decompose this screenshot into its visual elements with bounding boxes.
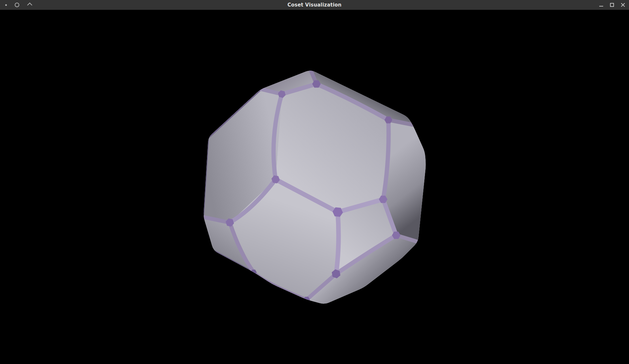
titlebar: Coset Visualization (0, 0, 629, 10)
maximize-button[interactable] (610, 3, 614, 7)
close-button[interactable] (621, 3, 625, 7)
window-controls (599, 0, 625, 10)
circle-icon[interactable] (15, 3, 19, 7)
dot-icon[interactable] (5, 4, 7, 6)
coset-3d-viewport[interactable] (0, 0, 629, 364)
minimize-button[interactable] (599, 3, 603, 7)
window-title: Coset Visualization (0, 0, 629, 10)
titlebar-left-icons (0, 0, 31, 10)
